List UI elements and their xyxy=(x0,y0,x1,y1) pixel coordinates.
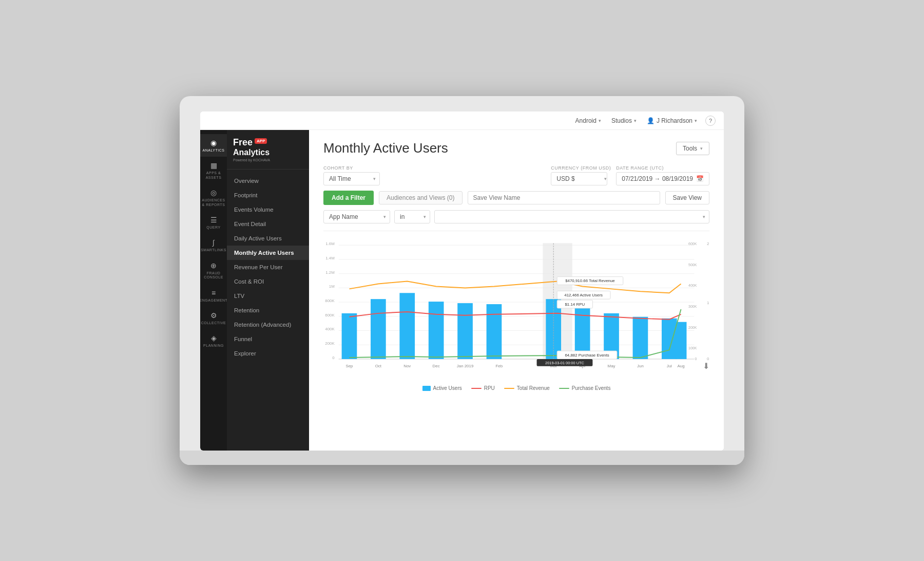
value-select[interactable] xyxy=(434,210,709,223)
nav-engagement[interactable]: ≡ ENGAGEMENT xyxy=(200,284,227,307)
cohort-select-wrapper: All Time Daily Weekly Monthly ▾ xyxy=(323,172,380,185)
sidebar-item-overview[interactable]: Overview xyxy=(227,174,309,188)
svg-text:Jan 2019: Jan 2019 xyxy=(457,364,474,368)
svg-text:Jun: Jun xyxy=(637,364,644,368)
date-range-picker[interactable]: 07/21/2019 → 08/19/2019 📅 xyxy=(616,172,709,185)
legend-rpu-label: RPU xyxy=(484,385,495,391)
logo-free-text: Free xyxy=(233,137,253,148)
chart-svg-wrapper: 1.6M 1.4M 1.2M 1M 800K 600K 400K 200K 0 … xyxy=(323,237,709,381)
sidebar-item-retention[interactable]: Retention xyxy=(227,303,309,317)
nav-apps-assets[interactable]: ▦ APPS & ASSETS xyxy=(200,157,227,184)
studios-label: Studios xyxy=(611,117,632,124)
svg-text:400K: 400K xyxy=(325,327,335,332)
svg-text:$470,910.66 Total Revenue: $470,910.66 Total Revenue xyxy=(565,279,615,284)
operator-select[interactable]: in not in xyxy=(394,210,430,223)
tools-button[interactable]: Tools ▾ xyxy=(676,142,709,155)
user-selector[interactable]: 👤 J Richardson ▾ xyxy=(647,117,697,124)
svg-text:64,882 Purchase Events: 64,882 Purchase Events xyxy=(565,353,609,358)
svg-text:1M: 1M xyxy=(329,284,335,289)
save-view-name-input[interactable] xyxy=(468,191,660,204)
analytics-icon: ◉ xyxy=(208,138,219,147)
query-icon: ☰ xyxy=(208,215,219,225)
app-badge: APP xyxy=(255,138,267,144)
svg-text:Sep: Sep xyxy=(345,364,353,368)
legend-rpu: RPU xyxy=(471,385,495,391)
legend-total-revenue: Total Revenue xyxy=(504,385,550,391)
sidebar-item-event-detail[interactable]: Event Detail xyxy=(227,217,309,231)
audiences-views-button[interactable]: Audiences and Views (0) xyxy=(379,191,463,204)
svg-rect-33 xyxy=(457,303,473,359)
fraud-icon: ⊕ xyxy=(208,261,219,270)
svg-rect-29 xyxy=(342,313,357,359)
svg-text:1.6M: 1.6M xyxy=(325,241,335,246)
sidebar-item-explorer[interactable]: Explorer xyxy=(227,346,309,361)
rpu-color xyxy=(471,388,482,389)
filter-row-3: App Name ▾ in not in ▾ xyxy=(323,210,709,223)
laptop-frame: Android ▾ Studios ▾ 👤 J Richardson ▾ ? ◉ xyxy=(180,96,744,465)
svg-text:1: 1 xyxy=(707,301,709,305)
date-filter-group: DATE RANGE (UTC) 07/21/2019 → 08/19/2019… xyxy=(616,165,709,185)
add-filter-button[interactable]: Add a Filter xyxy=(323,191,374,205)
sidebar-item-daily-active[interactable]: Daily Active Users xyxy=(227,231,309,246)
date-range-value: 07/21/2019 → 08/19/2019 xyxy=(622,175,693,182)
value-select-wrapper: ▾ xyxy=(434,210,709,223)
nav-fraud[interactable]: ⊕ FRAUD CONSOLE xyxy=(200,257,227,284)
sidebar-item-revenue-per-user[interactable]: Revenue Per User xyxy=(227,260,309,274)
nav-audiences[interactable]: ◎ AUDIENCES & REPORTS xyxy=(200,184,227,211)
operator-select-wrapper: in not in ▾ xyxy=(394,210,430,223)
sidebar-logo: Free APP Analytics Powered by KOCHAVA xyxy=(227,130,309,170)
sidebar-item-ltv[interactable]: LTV xyxy=(227,289,309,303)
dimension-select[interactable]: App Name xyxy=(323,210,390,223)
download-button[interactable]: ⬇ xyxy=(703,361,709,371)
user-icon: 👤 xyxy=(647,117,654,124)
sidebar-item-funnel[interactable]: Funnel xyxy=(227,332,309,346)
currency-select[interactable]: USD $ EUR € xyxy=(551,172,607,185)
svg-text:0: 0 xyxy=(332,356,335,360)
legend-total-revenue-label: Total Revenue xyxy=(517,385,550,391)
chart-svg: 1.6M 1.4M 1.2M 1M 800K 600K 400K 200K 0 … xyxy=(323,237,709,376)
audiences-icon: ◎ xyxy=(208,188,219,197)
engagement-icon: ≡ xyxy=(208,288,219,297)
tools-label: Tools xyxy=(683,145,697,152)
sidebar-item-events-volume[interactable]: Events Volume xyxy=(227,202,309,217)
cohort-select[interactable]: All Time Daily Weekly Monthly xyxy=(323,172,380,185)
cohort-filter-group: COHORT BY All Time Daily Weekly Monthly … xyxy=(323,165,380,185)
sidebar-item-monthly-active[interactable]: Monthly Active Users xyxy=(227,246,309,260)
apps-icon: ▦ xyxy=(208,161,219,170)
svg-text:Nov: Nov xyxy=(403,364,411,368)
cohort-label: COHORT BY xyxy=(323,165,380,171)
svg-text:1.4M: 1.4M xyxy=(325,256,335,260)
svg-text:2: 2 xyxy=(707,241,709,246)
sidebar-item-footprint[interactable]: Footprint xyxy=(227,188,309,202)
svg-text:Feb: Feb xyxy=(496,364,503,368)
help-label: ? xyxy=(709,118,712,124)
planning-icon: ◈ xyxy=(208,333,219,343)
help-button[interactable]: ? xyxy=(705,116,716,126)
legend-active-users-label: Active Users xyxy=(433,385,462,391)
currency-filter-group: CURRENCY (FROM USD) USD $ EUR € ▾ xyxy=(551,165,611,185)
nav-query[interactable]: ☰ QUERY xyxy=(200,211,227,234)
laptop-screen: Android ▾ Studios ▾ 👤 J Richardson ▾ ? ◉ xyxy=(200,111,724,451)
nav-collective[interactable]: ⚙ COLLECTIVE xyxy=(200,307,227,329)
studios-selector[interactable]: Studios ▾ xyxy=(611,117,637,124)
svg-text:0: 0 xyxy=(707,357,709,361)
svg-text:Jul: Jul xyxy=(667,364,672,368)
svg-text:100K: 100K xyxy=(688,346,697,350)
nav-planning[interactable]: ◈ PLANNING xyxy=(200,329,227,352)
android-selector[interactable]: Android ▾ xyxy=(575,117,601,124)
svg-text:500K: 500K xyxy=(688,263,697,267)
svg-text:400K: 400K xyxy=(688,284,697,287)
svg-text:0: 0 xyxy=(695,357,697,361)
nav-analytics[interactable]: ◉ ANALYTICS xyxy=(200,134,227,157)
svg-text:Aug: Aug xyxy=(678,364,685,368)
svg-rect-32 xyxy=(429,302,444,359)
sidebar: Free APP Analytics Powered by KOCHAVA Ov… xyxy=(227,130,309,451)
sidebar-item-cost-roi[interactable]: Cost & ROI xyxy=(227,274,309,289)
android-label: Android xyxy=(575,117,596,124)
sidebar-item-retention-advanced[interactable]: Retention (Advanced) xyxy=(227,317,309,332)
tools-chevron-icon: ▾ xyxy=(700,146,703,151)
chart-legend: Active Users RPU Total Revenue Purc xyxy=(323,385,709,391)
nav-smartlinks[interactable]: ∫ SMARTLINKS xyxy=(200,234,227,256)
legend-active-users: Active Users xyxy=(422,385,462,391)
save-view-button[interactable]: Save View xyxy=(665,191,709,204)
